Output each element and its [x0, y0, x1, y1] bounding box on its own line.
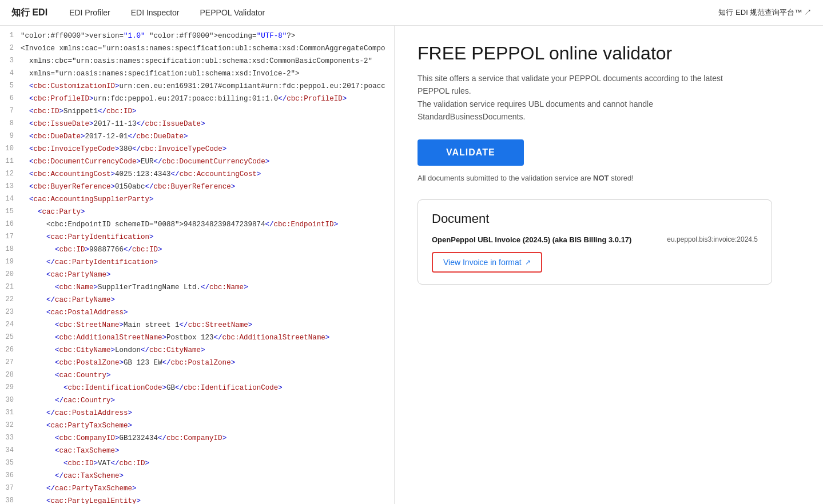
line-content: <cac:TaxScheme> [21, 445, 394, 457]
validator-panel: FREE PEPPOL online validator This site o… [395, 26, 823, 504]
app-header: 知行 EDI EDI Profiler EDI Inspector PEPPOL… [0, 0, 823, 26]
document-section-title: Document [432, 211, 758, 226]
brand-logo: 知行 EDI [11, 7, 47, 19]
xml-line: 5 <cbc:CustomizationID>urn:cen.eu:en1693… [0, 81, 394, 93]
line-number: 25 [0, 332, 21, 343]
line-content: <cac:Country> [21, 370, 394, 381]
line-content: </cac:PartyIdentification> [21, 257, 394, 268]
line-content: <cbc:BuyerReference>0150abc</cbc:BuyerRe… [21, 181, 394, 193]
line-content: <cbc:ID>Snippet1</cbc:ID> [21, 106, 394, 117]
line-content: <cbc:EndpointID schemeID="0088">94823482… [21, 219, 394, 230]
xml-line: 18 <cbc:ID>99887766</cbc:ID> [0, 244, 394, 257]
line-number: 35 [0, 458, 21, 469]
line-content: <cac:PartyTaxScheme> [21, 420, 394, 431]
xml-line: 21 <cbc:Name>SupplierTradingName Ltd.</c… [0, 282, 394, 294]
line-content: <cbc:IdentificationCode>GB</cbc:Identifi… [21, 382, 394, 394]
view-invoice-label: View Invoice in format [443, 258, 522, 267]
line-content: <Invoice xmlns:cac="urn:oasis:names:spec… [21, 43, 394, 54]
line-number: 11 [0, 156, 21, 167]
line-content: <cbc:ProfileID>urn:fdc:peppol.eu:2017:po… [21, 93, 394, 105]
nav-edi-inspector[interactable]: EDI Inspector [126, 0, 184, 26]
line-number: 33 [0, 433, 21, 443]
line-content: <cbc:Name>SupplierTradingName Ltd.</cbc:… [21, 282, 394, 293]
xml-editor-panel[interactable]: 1"color:#ff0000">version="1.0" "color:#f… [0, 26, 395, 504]
line-content: </cac:PartyName> [21, 294, 394, 306]
line-number: 38 [0, 495, 21, 504]
line-content: </cac:PostalAddress> [21, 407, 394, 419]
line-content: "color:#ff0000">version="1.0" "color:#ff… [21, 30, 394, 42]
xml-line: 34 <cac:TaxScheme> [0, 445, 394, 458]
line-content: </cac:Country> [21, 395, 394, 406]
main-nav: EDI Profiler EDI Inspector PEPPOL Valida… [65, 0, 718, 26]
line-number: 14 [0, 194, 21, 205]
line-content: xmlns:cbc="urn:oasis:names:specification… [21, 55, 394, 67]
line-content: <cac:PartyIdentification> [21, 231, 394, 243]
validator-title: FREE PEPPOL online validator [418, 43, 800, 64]
line-content: <cbc:IssueDate>2017-11-13</cbc:IssueDate… [21, 118, 394, 130]
line-number: 3 [0, 55, 21, 66]
line-number: 23 [0, 307, 21, 318]
xml-line: 26 <cbc:CityName>London</cbc:CityName> [0, 345, 394, 357]
xml-line: 17 <cac:PartyIdentification> [0, 231, 394, 244]
xml-line: 4 xmlns="urn:oasis:names:specification:u… [0, 68, 394, 81]
xml-line: 32 <cac:PartyTaxScheme> [0, 420, 394, 433]
nav-edi-profiler[interactable]: EDI Profiler [65, 0, 115, 26]
line-number: 8 [0, 118, 21, 129]
line-number: 4 [0, 68, 21, 79]
line-number: 24 [0, 319, 21, 330]
line-content: <cbc:PostalZone>GB 123 EW</cbc:PostalZon… [21, 357, 394, 369]
header-right-link[interactable]: 知行 EDI 规范查询平台™ ↗ [718, 7, 812, 18]
line-number: 10 [0, 143, 21, 154]
line-number: 27 [0, 357, 21, 368]
line-number: 13 [0, 181, 21, 192]
xml-line: 13 <cbc:BuyerReference>0150abc</cbc:Buye… [0, 181, 394, 194]
line-content: <cac:PostalAddress> [21, 307, 394, 318]
line-number: 16 [0, 219, 21, 230]
document-card: Document OpenPeppol UBL Invoice (2024.5)… [418, 199, 772, 285]
line-content: <cac:PartyName> [21, 269, 394, 281]
line-content: <cac:PartyLegalEntity> [21, 495, 394, 504]
xml-line: 19 </cac:PartyIdentification> [0, 257, 394, 269]
xml-line: 29 <cbc:IdentificationCode>GB</cbc:Ident… [0, 382, 394, 395]
line-number: 31 [0, 407, 21, 418]
line-number: 32 [0, 420, 21, 431]
document-id: eu.peppol.bis3:invoice:2024.5 [667, 235, 758, 243]
xml-line: 30 </cac:Country> [0, 395, 394, 407]
xml-line: 16 <cbc:EndpointID schemeID="0088">94823… [0, 219, 394, 231]
validate-button[interactable]: VALIDATE [418, 139, 524, 166]
xml-line: 15 <cac:Party> [0, 206, 394, 219]
xml-line: 7 <cbc:ID>Snippet1</cbc:ID> [0, 106, 394, 118]
line-number: 36 [0, 470, 21, 481]
xml-line: 28 <cac:Country> [0, 370, 394, 382]
xml-line: 36 </cac:TaxScheme> [0, 470, 394, 483]
line-number: 20 [0, 269, 21, 280]
nav-peppol-validator[interactable]: PEPPOL Validator [196, 0, 270, 26]
xml-line: 10 <cbc:InvoiceTypeCode>380</cbc:Invoice… [0, 143, 394, 156]
line-content: <cac:Party> [21, 206, 394, 218]
xml-line: 12 <cbc:AccountingCost>4025:123:4343</cb… [0, 169, 394, 181]
line-number: 18 [0, 244, 21, 255]
view-invoice-button[interactable]: View Invoice in format ↗ [432, 252, 542, 273]
xml-line: 27 <cbc:PostalZone>GB 123 EW</cbc:Postal… [0, 357, 394, 370]
line-number: 12 [0, 169, 21, 179]
line-number: 7 [0, 106, 21, 117]
xml-line: 31 </cac:PostalAddress> [0, 407, 394, 420]
xml-line: 14 <cac:AccountingSupplierParty> [0, 194, 394, 206]
line-content: </cac:PartyTaxScheme> [21, 483, 394, 494]
not-stored-note: All documents submitted to the validatio… [418, 174, 800, 182]
line-content: <cbc:InvoiceTypeCode>380</cbc:InvoiceTyp… [21, 143, 394, 155]
line-content: <cbc:CityName>London</cbc:CityName> [21, 345, 394, 356]
line-number: 37 [0, 483, 21, 494]
document-meta-row: OpenPeppol UBL Invoice (2024.5) (aka BIS… [432, 235, 758, 244]
line-number: 17 [0, 231, 21, 242]
validator-description: This site offers a service that validate… [418, 72, 749, 123]
line-number: 19 [0, 257, 21, 267]
xml-line: 20 <cac:PartyName> [0, 269, 394, 282]
line-number: 1 [0, 30, 21, 41]
document-label: OpenPeppol UBL Invoice (2024.5) (aka BIS… [432, 235, 631, 244]
xml-line: 3 xmlns:cbc="urn:oasis:names:specificati… [0, 55, 394, 68]
line-number: 15 [0, 206, 21, 217]
xml-line: 24 <cbc:StreetName>Main street 1</cbc:St… [0, 319, 394, 332]
line-number: 6 [0, 93, 21, 104]
xml-line: 33 <cbc:CompanyID>GB1232434</cbc:Company… [0, 433, 394, 445]
